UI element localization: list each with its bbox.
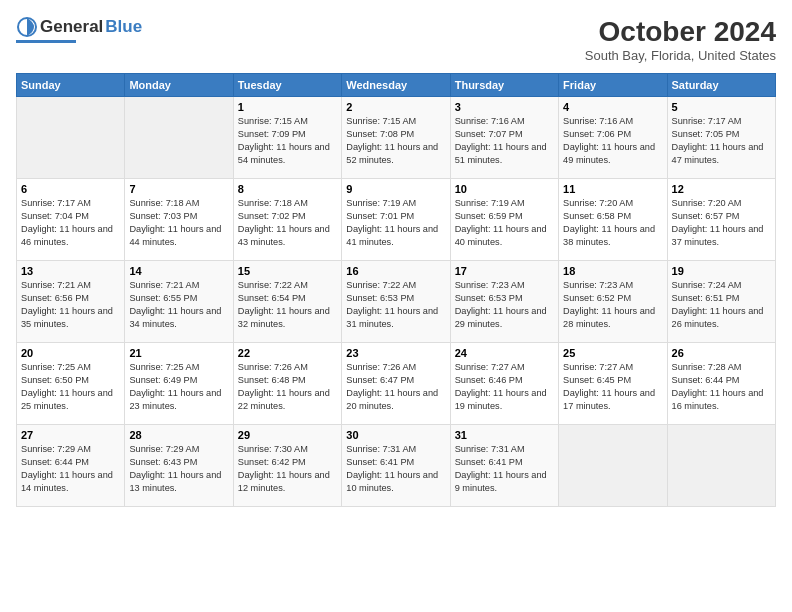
day-info: Sunrise: 7:29 AM Sunset: 6:43 PM Dayligh… (129, 443, 228, 495)
day-number: 24 (455, 347, 554, 359)
day-number: 15 (238, 265, 337, 277)
day-number: 19 (672, 265, 771, 277)
day-info: Sunrise: 7:27 AM Sunset: 6:46 PM Dayligh… (455, 361, 554, 413)
day-number: 2 (346, 101, 445, 113)
day-info: Sunrise: 7:25 AM Sunset: 6:49 PM Dayligh… (129, 361, 228, 413)
logo-general: General (40, 17, 103, 37)
day-cell: 25Sunrise: 7:27 AM Sunset: 6:45 PM Dayli… (559, 343, 667, 425)
calendar-table: SundayMondayTuesdayWednesdayThursdayFrid… (16, 73, 776, 507)
day-cell: 13Sunrise: 7:21 AM Sunset: 6:56 PM Dayli… (17, 261, 125, 343)
day-number: 11 (563, 183, 662, 195)
header-day: Tuesday (233, 74, 341, 97)
day-info: Sunrise: 7:27 AM Sunset: 6:45 PM Dayligh… (563, 361, 662, 413)
day-info: Sunrise: 7:20 AM Sunset: 6:57 PM Dayligh… (672, 197, 771, 249)
day-cell: 6Sunrise: 7:17 AM Sunset: 7:04 PM Daylig… (17, 179, 125, 261)
day-number: 23 (346, 347, 445, 359)
day-cell: 19Sunrise: 7:24 AM Sunset: 6:51 PM Dayli… (667, 261, 775, 343)
day-number: 30 (346, 429, 445, 441)
location: South Bay, Florida, United States (585, 48, 776, 63)
day-info: Sunrise: 7:23 AM Sunset: 6:53 PM Dayligh… (455, 279, 554, 331)
day-info: Sunrise: 7:22 AM Sunset: 6:53 PM Dayligh… (346, 279, 445, 331)
day-info: Sunrise: 7:21 AM Sunset: 6:55 PM Dayligh… (129, 279, 228, 331)
day-info: Sunrise: 7:26 AM Sunset: 6:48 PM Dayligh… (238, 361, 337, 413)
day-info: Sunrise: 7:17 AM Sunset: 7:05 PM Dayligh… (672, 115, 771, 167)
month-title: October 2024 (585, 16, 776, 48)
day-info: Sunrise: 7:29 AM Sunset: 6:44 PM Dayligh… (21, 443, 120, 495)
day-cell: 4Sunrise: 7:16 AM Sunset: 7:06 PM Daylig… (559, 97, 667, 179)
day-cell: 5Sunrise: 7:17 AM Sunset: 7:05 PM Daylig… (667, 97, 775, 179)
logo: General Blue (16, 16, 142, 43)
day-info: Sunrise: 7:31 AM Sunset: 6:41 PM Dayligh… (346, 443, 445, 495)
day-info: Sunrise: 7:17 AM Sunset: 7:04 PM Dayligh… (21, 197, 120, 249)
day-cell: 26Sunrise: 7:28 AM Sunset: 6:44 PM Dayli… (667, 343, 775, 425)
day-info: Sunrise: 7:30 AM Sunset: 6:42 PM Dayligh… (238, 443, 337, 495)
header-day: Thursday (450, 74, 558, 97)
day-number: 6 (21, 183, 120, 195)
day-cell: 12Sunrise: 7:20 AM Sunset: 6:57 PM Dayli… (667, 179, 775, 261)
header-day: Wednesday (342, 74, 450, 97)
day-cell: 1Sunrise: 7:15 AM Sunset: 7:09 PM Daylig… (233, 97, 341, 179)
day-cell: 27Sunrise: 7:29 AM Sunset: 6:44 PM Dayli… (17, 425, 125, 507)
day-cell: 21Sunrise: 7:25 AM Sunset: 6:49 PM Dayli… (125, 343, 233, 425)
day-cell: 10Sunrise: 7:19 AM Sunset: 6:59 PM Dayli… (450, 179, 558, 261)
day-cell: 9Sunrise: 7:19 AM Sunset: 7:01 PM Daylig… (342, 179, 450, 261)
header-day: Friday (559, 74, 667, 97)
header-row: SundayMondayTuesdayWednesdayThursdayFrid… (17, 74, 776, 97)
day-number: 31 (455, 429, 554, 441)
day-number: 17 (455, 265, 554, 277)
logo-blue: Blue (105, 17, 142, 37)
day-number: 26 (672, 347, 771, 359)
day-cell: 24Sunrise: 7:27 AM Sunset: 6:46 PM Dayli… (450, 343, 558, 425)
day-number: 3 (455, 101, 554, 113)
day-cell (125, 97, 233, 179)
day-info: Sunrise: 7:18 AM Sunset: 7:02 PM Dayligh… (238, 197, 337, 249)
header-day: Sunday (17, 74, 125, 97)
day-info: Sunrise: 7:18 AM Sunset: 7:03 PM Dayligh… (129, 197, 228, 249)
day-number: 4 (563, 101, 662, 113)
day-number: 13 (21, 265, 120, 277)
week-row: 1Sunrise: 7:15 AM Sunset: 7:09 PM Daylig… (17, 97, 776, 179)
day-cell: 23Sunrise: 7:26 AM Sunset: 6:47 PM Dayli… (342, 343, 450, 425)
header: General Blue October 2024 South Bay, Flo… (16, 16, 776, 63)
header-day: Monday (125, 74, 233, 97)
day-number: 27 (21, 429, 120, 441)
day-info: Sunrise: 7:24 AM Sunset: 6:51 PM Dayligh… (672, 279, 771, 331)
day-number: 7 (129, 183, 228, 195)
week-row: 13Sunrise: 7:21 AM Sunset: 6:56 PM Dayli… (17, 261, 776, 343)
day-info: Sunrise: 7:31 AM Sunset: 6:41 PM Dayligh… (455, 443, 554, 495)
week-row: 27Sunrise: 7:29 AM Sunset: 6:44 PM Dayli… (17, 425, 776, 507)
day-cell (559, 425, 667, 507)
header-day: Saturday (667, 74, 775, 97)
day-cell: 2Sunrise: 7:15 AM Sunset: 7:08 PM Daylig… (342, 97, 450, 179)
day-cell: 16Sunrise: 7:22 AM Sunset: 6:53 PM Dayli… (342, 261, 450, 343)
day-number: 25 (563, 347, 662, 359)
day-info: Sunrise: 7:25 AM Sunset: 6:50 PM Dayligh… (21, 361, 120, 413)
day-info: Sunrise: 7:21 AM Sunset: 6:56 PM Dayligh… (21, 279, 120, 331)
day-cell: 18Sunrise: 7:23 AM Sunset: 6:52 PM Dayli… (559, 261, 667, 343)
day-info: Sunrise: 7:15 AM Sunset: 7:09 PM Dayligh… (238, 115, 337, 167)
day-cell: 20Sunrise: 7:25 AM Sunset: 6:50 PM Dayli… (17, 343, 125, 425)
week-row: 6Sunrise: 7:17 AM Sunset: 7:04 PM Daylig… (17, 179, 776, 261)
day-number: 16 (346, 265, 445, 277)
day-number: 14 (129, 265, 228, 277)
day-number: 20 (21, 347, 120, 359)
day-info: Sunrise: 7:16 AM Sunset: 7:06 PM Dayligh… (563, 115, 662, 167)
title-area: October 2024 South Bay, Florida, United … (585, 16, 776, 63)
day-info: Sunrise: 7:26 AM Sunset: 6:47 PM Dayligh… (346, 361, 445, 413)
day-cell: 31Sunrise: 7:31 AM Sunset: 6:41 PM Dayli… (450, 425, 558, 507)
logo-underline (16, 40, 76, 43)
day-info: Sunrise: 7:15 AM Sunset: 7:08 PM Dayligh… (346, 115, 445, 167)
day-info: Sunrise: 7:16 AM Sunset: 7:07 PM Dayligh… (455, 115, 554, 167)
day-info: Sunrise: 7:23 AM Sunset: 6:52 PM Dayligh… (563, 279, 662, 331)
day-cell: 15Sunrise: 7:22 AM Sunset: 6:54 PM Dayli… (233, 261, 341, 343)
day-cell: 3Sunrise: 7:16 AM Sunset: 7:07 PM Daylig… (450, 97, 558, 179)
day-info: Sunrise: 7:19 AM Sunset: 7:01 PM Dayligh… (346, 197, 445, 249)
day-number: 9 (346, 183, 445, 195)
day-cell: 28Sunrise: 7:29 AM Sunset: 6:43 PM Dayli… (125, 425, 233, 507)
day-info: Sunrise: 7:20 AM Sunset: 6:58 PM Dayligh… (563, 197, 662, 249)
logo-icon (16, 16, 38, 38)
day-cell: 30Sunrise: 7:31 AM Sunset: 6:41 PM Dayli… (342, 425, 450, 507)
day-cell: 8Sunrise: 7:18 AM Sunset: 7:02 PM Daylig… (233, 179, 341, 261)
day-cell: 14Sunrise: 7:21 AM Sunset: 6:55 PM Dayli… (125, 261, 233, 343)
day-cell: 11Sunrise: 7:20 AM Sunset: 6:58 PM Dayli… (559, 179, 667, 261)
